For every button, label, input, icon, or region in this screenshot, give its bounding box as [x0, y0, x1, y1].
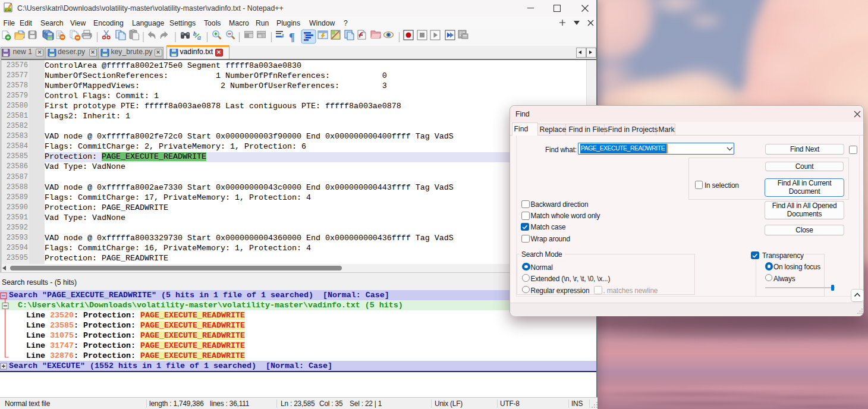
- svg-text:b: b: [193, 30, 197, 37]
- svg-text:¶: ¶: [289, 32, 295, 43]
